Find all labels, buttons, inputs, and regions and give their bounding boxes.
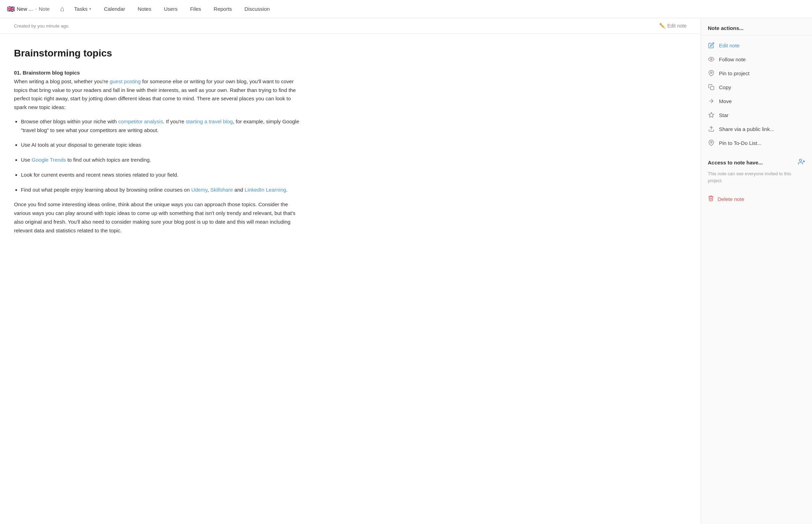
edit-note-header-link[interactable]: ✏️ Edit note: [659, 23, 687, 29]
sidebar-star[interactable]: Star: [701, 108, 812, 122]
note-body: 01. Brainstorm blog topics When writing …: [14, 69, 300, 235]
trash-icon: [708, 195, 714, 203]
intro-text: When writing a blog post, whether you're: [14, 78, 110, 84]
list-item: Use AI tools at your disposal to generat…: [21, 141, 300, 149]
access-section: Access to note have... This note can see…: [701, 153, 812, 190]
google-trends-link[interactable]: Google Trends: [32, 157, 66, 163]
list-item: Use Google Trends to find out which topi…: [21, 156, 300, 164]
eye-icon: [708, 56, 715, 63]
linkedin-learning-link[interactable]: LinkedIn Learning: [245, 187, 286, 193]
share-icon: [708, 125, 715, 132]
access-title: Access to note have...: [708, 160, 763, 165]
current-page: Note: [39, 6, 50, 12]
sidebar-pin-project[interactable]: Pin to project: [701, 66, 812, 80]
competitor-analysis-link[interactable]: competitor analysis: [118, 118, 163, 124]
pin-project-label: Pin to project: [719, 70, 750, 76]
intro-paragraph: 01. Brainstorm blog topics When writing …: [14, 69, 300, 112]
list-item: Look for current events and recent news …: [21, 171, 300, 179]
sub-header: Created by you minute ago. ✏️ Edit note: [0, 18, 700, 34]
nav-item-tasks[interactable]: Tasks ▾: [68, 0, 98, 18]
move-label: Move: [719, 98, 732, 104]
star-label: Star: [719, 112, 729, 118]
access-description: This note can see everyone invited to th…: [708, 170, 805, 184]
share-label: Share via a public link...: [719, 126, 774, 132]
note-title: Brainstorming topics: [14, 48, 300, 59]
nav-item-reports[interactable]: Reports: [207, 0, 238, 18]
skillshare-link[interactable]: Skillshare: [210, 187, 233, 193]
move-icon: [708, 98, 715, 105]
main-layout: Created by you minute ago. ✏️ Edit note …: [0, 18, 812, 524]
svg-point-0: [711, 59, 712, 60]
sidebar-share[interactable]: Share via a public link...: [701, 122, 812, 136]
note-content: Brainstorming topics 01. Brainstorm blog…: [0, 34, 314, 261]
add-user-icon[interactable]: [798, 158, 805, 167]
copy-icon: [708, 84, 715, 91]
created-info: Created by you minute ago.: [14, 23, 70, 29]
home-icon[interactable]: ⌂: [60, 5, 64, 13]
svg-point-6: [711, 141, 712, 143]
nav-item-users[interactable]: Users: [158, 0, 184, 18]
sidebar-divider: [701, 35, 812, 36]
breadcrumb-separator: ›: [35, 6, 37, 11]
intro-heading: 01. Brainstorm blog topics: [14, 70, 80, 76]
chevron-down-icon: ▾: [89, 7, 91, 11]
flag-icon: 🇬🇧: [7, 5, 15, 13]
follow-note-label: Follow note: [719, 56, 746, 62]
svg-point-1: [711, 72, 712, 74]
sidebar-pin-todo[interactable]: Pin to To-Do List...: [701, 136, 812, 150]
breadcrumb: 🇬🇧 New ... › Note: [7, 5, 50, 13]
list-item: Browse other blogs within your niche wit…: [21, 117, 300, 135]
svg-rect-2: [711, 86, 714, 90]
actions-section-title: Note actions...: [701, 25, 812, 35]
travel-blog-link[interactable]: starting a travel blog: [186, 118, 233, 124]
star-icon: [708, 111, 715, 118]
sidebar-follow-note[interactable]: Follow note: [701, 52, 812, 66]
nav-item-notes[interactable]: Notes: [131, 0, 158, 18]
sidebar-move[interactable]: Move: [701, 94, 812, 108]
delete-note-label: Delete note: [718, 196, 744, 202]
edit-note-label: Edit note: [719, 43, 740, 48]
content-area: Created by you minute ago. ✏️ Edit note …: [0, 18, 700, 524]
sidebar: Note actions... Edit note Follow note: [700, 18, 812, 524]
list-item: Find out what people enjoy learning abou…: [21, 186, 300, 194]
nav-item-discussion[interactable]: Discussion: [238, 0, 276, 18]
access-header: Access to note have...: [708, 158, 805, 167]
copy-label: Copy: [719, 84, 731, 90]
edit-icon: [708, 42, 715, 49]
pin-todo-label: Pin to To-Do List...: [719, 140, 761, 146]
udemy-link[interactable]: Udemy: [191, 187, 207, 193]
pencil-icon: ✏️: [659, 23, 665, 29]
project-name[interactable]: New ...: [17, 6, 33, 12]
guest-posting-link[interactable]: guest posting: [110, 78, 141, 84]
sidebar-copy[interactable]: Copy: [701, 80, 812, 94]
nav-item-files[interactable]: Files: [184, 0, 207, 18]
svg-marker-4: [709, 113, 714, 117]
nav-items: Tasks ▾ Calendar Notes Users Files Repor…: [68, 0, 805, 18]
delete-note-button[interactable]: Delete note: [708, 195, 744, 203]
svg-point-7: [799, 159, 802, 162]
nav-item-calendar[interactable]: Calendar: [98, 0, 131, 18]
todo-pin-icon: [708, 139, 715, 146]
bullet-list: Browse other blogs within your niche wit…: [21, 117, 300, 194]
delete-section: Delete note: [701, 191, 812, 207]
pin-project-icon: [708, 70, 715, 77]
top-navigation: 🇬🇧 New ... › Note ⌂ Tasks ▾ Calendar Not…: [0, 0, 812, 18]
sidebar-edit-note[interactable]: Edit note: [701, 38, 812, 52]
closing-paragraph: Once you find some interesting ideas onl…: [14, 200, 300, 235]
